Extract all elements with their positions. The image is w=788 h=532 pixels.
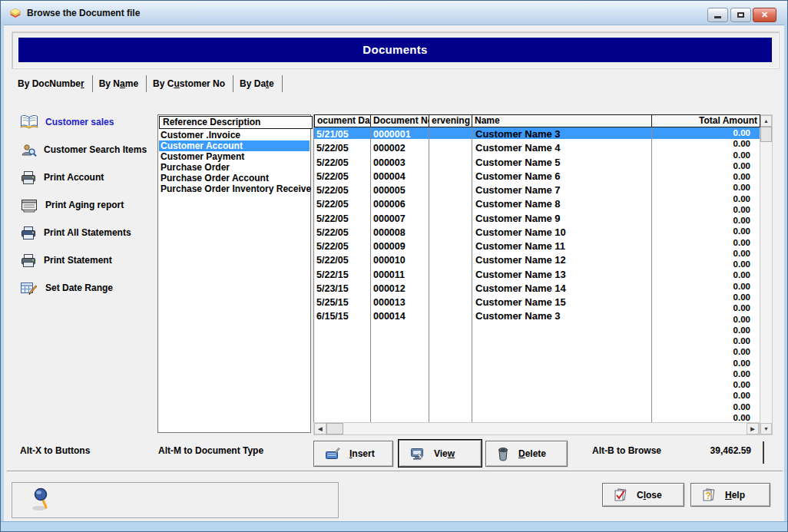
grid-cell-amount[interactable]: 0.00 [652, 204, 755, 215]
grid-cell-date[interactable]: 5/22/15 [316, 268, 369, 282]
grid-cell-docno[interactable]: 000012 [373, 282, 427, 296]
tab-by-docnumber[interactable]: By DocNumber [12, 75, 93, 92]
column-header-name[interactable]: Name [472, 114, 652, 127]
grid-cell-amount[interactable]: 0.00 [652, 160, 755, 171]
grid-cell-date[interactable]: 5/22/05 [316, 240, 369, 253]
grid-cell-docno[interactable]: 0000001 [373, 127, 427, 141]
grid-cell-name[interactable]: Customer Name 3 [475, 309, 649, 323]
scroll-up-arrow[interactable]: ▲ [760, 115, 772, 127]
view-button[interactable]: View [398, 439, 482, 468]
grid-cell-amount[interactable]: 0.00 [652, 335, 755, 346]
grid-cell-docno[interactable]: 000002 [373, 141, 427, 155]
sidebar-item-customer-search-items[interactable]: Customer Search Items [20, 141, 147, 158]
grid-cell-amount[interactable]: 0.00 [652, 281, 755, 292]
maximize-button[interactable] [730, 8, 751, 22]
locator-panel[interactable] [12, 482, 339, 518]
grid-cell-name[interactable]: Customer Name 15 [475, 296, 649, 309]
grid-cell-name[interactable]: Customer Name 4 [475, 141, 649, 155]
grid-cell-amount[interactable]: 0.00 [652, 368, 755, 379]
grid-cell-amount[interactable]: 0.00 [652, 127, 755, 138]
grid-cell-docno[interactable]: 000008 [373, 226, 427, 240]
window-close-button[interactable]: ✕ [753, 8, 776, 22]
tab-by-customer-no[interactable]: By Customer No [147, 75, 233, 92]
grid-cell-amount[interactable]: 0.00 [652, 346, 755, 357]
grid-cell-name[interactable]: Customer Name 7 [475, 183, 649, 197]
grid-cell-date[interactable]: 5/22/05 [316, 226, 369, 240]
vertical-scrollbar[interactable]: ▲ ▼ [760, 114, 773, 435]
grid-cell-name[interactable]: Customer Name 8 [475, 197, 649, 211]
grid-cell-date[interactable]: 5/22/05 [316, 156, 369, 170]
tab-by-name[interactable]: By Name [93, 75, 147, 92]
grid-cell-amount[interactable]: 0.00 [652, 182, 755, 193]
vertical-scroll-thumb[interactable] [760, 127, 772, 142]
grid-cell-name[interactable]: Customer Name 9 [475, 212, 649, 226]
grid-cell-name[interactable]: Customer Name 14 [475, 282, 649, 296]
grid-cell-amount[interactable]: 0.00 [652, 412, 755, 423]
reference-item[interactable]: Customer Account [159, 140, 310, 151]
grid-cell-docno[interactable]: 000005 [373, 183, 427, 197]
sidebar-item-print-all-statements[interactable]: Print All Statements [20, 224, 131, 241]
reference-list-header[interactable]: Reference Description [159, 116, 313, 129]
grid-cell-name[interactable]: Customer Name 12 [475, 253, 649, 267]
scroll-down-arrow[interactable]: ▼ [760, 423, 772, 435]
close-button[interactable]: Close [602, 483, 684, 507]
grid-cell-docno[interactable]: 000006 [373, 197, 427, 211]
grid-cell-amount[interactable]: 0.00 [652, 226, 755, 236]
grid-cell-docno[interactable]: 000011 [373, 268, 427, 282]
column-header-document-date[interactable]: ocument Dat [314, 114, 371, 127]
scroll-left-arrow[interactable]: ◀ [314, 423, 326, 435]
sidebar-item-print-aging-report[interactable]: Print Aging report [20, 197, 124, 213]
grid-cell-docno[interactable]: 000003 [373, 156, 427, 170]
reference-item[interactable]: Purchase Order Inventory Receive [159, 183, 310, 194]
grid-cell-amount[interactable]: 0.00 [652, 193, 755, 204]
reference-item[interactable]: Purchase Order Account [159, 173, 310, 183]
grid-cell-date[interactable]: 5/22/05 [316, 212, 369, 226]
grid-cell-amount[interactable]: 0.00 [652, 269, 755, 280]
grid-cell-amount[interactable]: 0.00 [652, 138, 755, 149]
grid-cell-date[interactable]: 5/22/05 [316, 183, 369, 197]
grid-cell-amount[interactable]: 0.00 [652, 237, 755, 248]
grid-cell-date[interactable]: 6/15/15 [316, 309, 369, 323]
grid-cell-name[interactable]: Customer Name 5 [475, 156, 649, 170]
help-button[interactable]: ? Help [690, 483, 770, 507]
horizontal-scroll-thumb[interactable] [326, 423, 343, 435]
grid-cell-amount[interactable]: 0.00 [652, 390, 755, 401]
grid-cell-date[interactable]: 5/21/05 [316, 127, 369, 141]
horizontal-scrollbar[interactable]: ◀ ▶ [313, 422, 760, 435]
grid-cell-date[interactable]: 5/22/05 [316, 253, 369, 267]
grid-cell-amount[interactable]: 0.00 [652, 259, 755, 269]
minimize-button[interactable] [707, 8, 728, 22]
grid-cell-amount[interactable]: 0.00 [652, 248, 755, 259]
scroll-right-arrow[interactable]: ▶ [747, 423, 759, 435]
grid-cell-date[interactable]: 5/22/05 [316, 170, 369, 183]
grid-cell-date[interactable]: 5/22/05 [316, 141, 369, 155]
reference-item[interactable]: Customer .Invoice [159, 130, 310, 140]
grid-cell-docno[interactable]: 000014 [373, 309, 427, 323]
grid-cell-name[interactable]: Customer Name 3 [475, 127, 649, 141]
grid-cell-amount[interactable]: 0.00 [652, 215, 755, 226]
grid-cell-docno[interactable]: 000004 [373, 170, 427, 183]
insert-button[interactable]: Insert [313, 441, 393, 467]
grid-cell-name[interactable]: Customer Name 10 [475, 226, 649, 240]
grid-cell-amount[interactable]: 0.00 [652, 302, 755, 313]
grid-cell-amount[interactable]: 0.00 [652, 314, 755, 325]
grid-cell-docno[interactable]: 000007 [373, 212, 427, 226]
grid-cell-amount[interactable]: 0.00 [652, 292, 755, 302]
grid-cell-amount[interactable]: 0.00 [652, 401, 755, 412]
grid-cell-docno[interactable]: 000013 [373, 296, 427, 309]
grid-cell-name[interactable]: Customer Name 13 [475, 268, 649, 282]
grid-cell-amount[interactable]: 0.00 [652, 379, 755, 390]
column-header-total-amount[interactable]: Total Amount [652, 114, 760, 127]
grid-cell-amount[interactable]: 0.00 [652, 325, 755, 335]
grid-cell-name[interactable]: Customer Name 11 [475, 240, 649, 253]
sidebar-item-print-statement[interactable]: Print Statement [20, 252, 112, 269]
grid-cell-amount[interactable]: 0.00 [652, 171, 755, 182]
grid-cell-name[interactable]: Customer Name 6 [475, 170, 649, 183]
grid-cell-amount[interactable]: 0.00 [652, 358, 755, 368]
grid-cell-docno[interactable]: 000009 [373, 240, 427, 253]
column-header-document-no[interactable]: Document No [371, 114, 429, 127]
column-header-intervening[interactable]: ervening [429, 114, 472, 127]
reference-item[interactable]: Purchase Order [159, 162, 310, 173]
grid-cell-date[interactable]: 5/23/15 [316, 282, 369, 296]
grid-cell-amount[interactable]: 0.00 [652, 150, 755, 160]
